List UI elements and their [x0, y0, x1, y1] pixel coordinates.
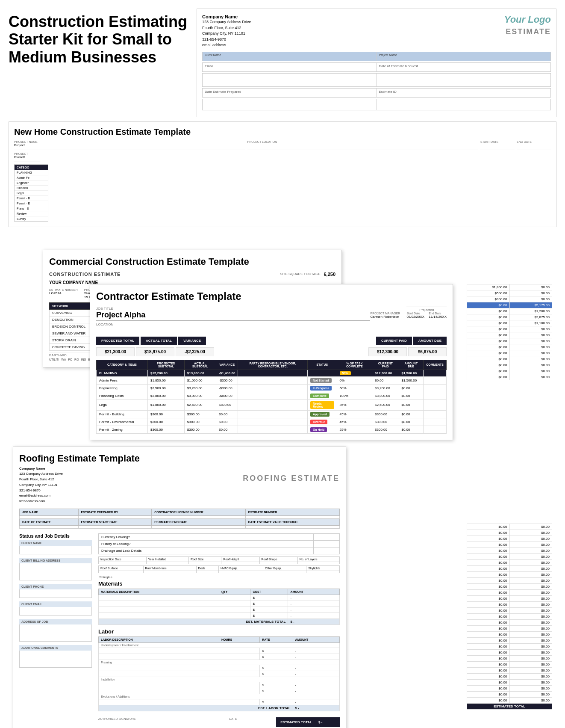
preview-row-2: Email Date of Estimate Request — [202, 62, 551, 72]
rfb-valid-val — [245, 526, 339, 529]
surface-table: Roof Surface Roof Membrane Deck HVAC Equ… — [98, 565, 340, 573]
labor-table: LABOR DESCRIPTION HOURS RATE AMOUNT Unde… — [98, 636, 340, 711]
labor-install-hours-1 — [219, 682, 260, 688]
rfh-job-name: JOB NAME — [20, 509, 79, 516]
comm-est-num-label: ESTIMATE NUMBER — [49, 288, 78, 291]
status-needs-review: Needs Review — [310, 401, 334, 409]
th-variance: VARIANCE — [216, 360, 238, 370]
rsc-lo-15: $0.00$0.00 — [467, 607, 552, 613]
surf-deck-label: Deck — [196, 566, 218, 571]
client-name-field: CLIENT NAME — [19, 540, 92, 554]
labor-excl-hours-1 — [219, 699, 260, 705]
labor-install-label: Installation — [99, 677, 340, 682]
rsc-val2-1: $0.00 — [509, 284, 552, 290]
rsc-lo-v1-29: $0.00 — [467, 691, 510, 697]
labor-under-desc-1 — [99, 648, 219, 654]
rsc-lo-9: $0.00$0.00 — [467, 571, 552, 577]
job-detail-table: Currently Leaking? History of Leaking? D… — [98, 533, 340, 554]
additional-comments-value — [19, 651, 92, 668]
client-name-value — [19, 546, 92, 554]
comm-estimate-num: ESTIMATE NUMBER LG2674 — [49, 288, 78, 299]
item-permit-z-status: On Hold — [307, 426, 337, 433]
nh-value-start — [480, 143, 515, 150]
currently-leaking-value — [314, 534, 340, 541]
nh-cat-permit-e: Permit - E — [15, 201, 48, 206]
rsc-lo-7: $0.00$0.00 — [467, 559, 552, 565]
status-overdue: Overdue — [310, 420, 327, 424]
preview-cell-email: Email — [203, 63, 377, 71]
rsc-lo-v1-7: $0.00 — [467, 559, 510, 565]
item-permit-e-due: $0.00 — [399, 418, 424, 426]
rsc-lo-v1-15: $0.00 — [467, 607, 510, 613]
labor-under-hours-2 — [219, 654, 260, 660]
ct-projected-total-text: PROJECTED TOTAL — [101, 339, 134, 343]
comm-cat-wa: WA — [61, 358, 66, 361]
labor-under-amt-2: - — [293, 654, 339, 660]
rsc-lo-v1-23: $0.00 — [467, 655, 510, 661]
preview-row-4: Date Estimate Prepared Estimate ID — [202, 88, 551, 98]
rsc-val2-5: $2,875.00 — [509, 314, 552, 320]
client-phone-value — [19, 589, 92, 598]
cat-planning-paid: $12,300.00 — [372, 370, 399, 376]
cat-planning: PLANNING — [97, 370, 148, 376]
labor-excl-label-row: Exclusions / Additions — [99, 694, 340, 699]
mat-desc-3 — [99, 607, 219, 613]
left-col: Status and Job Details CLIENT NAME CLIEN… — [19, 531, 92, 727]
status-complete: Complete — [310, 394, 329, 398]
ct-projected-total-label: PROJECTED TOTAL — [96, 337, 139, 345]
item-permit-b-actual: $300.00 — [184, 410, 216, 418]
num-layers-val — [297, 562, 339, 564]
item-admin-status: Not Started — [307, 376, 337, 384]
contractor-template: Contractor Estimate Template Job Title P… — [90, 284, 453, 440]
ct-location-value — [96, 326, 288, 333]
mat-total-row: EST. MATERIALS TOTAL $ - — [99, 619, 340, 625]
labor-th-rate: RATE — [260, 637, 293, 643]
item-engineering: Engineering — [97, 384, 148, 392]
rsc-lo-v2-19: $0.00 — [509, 631, 552, 637]
item-permit-e-paid: $300.00 — [372, 418, 399, 426]
item-permit-b: Permit - Building — [97, 410, 148, 418]
ct-current-paid-label: CURRENT PAID — [376, 337, 412, 345]
year-inst-val — [146, 562, 188, 564]
rsc-lo-v2-25: $0.00 — [509, 667, 552, 673]
nh-cat-admin: Admin Fe — [15, 175, 48, 181]
rsc-val1-h: $0.00 — [467, 302, 510, 308]
ct-pm-group: Project Manager Carmen Robertson — [370, 312, 400, 319]
rfb-est-num-val — [245, 516, 339, 519]
nh-value-project-name: Project — [14, 143, 245, 150]
rfh-start-date: ESTIMATED START DATE — [78, 519, 152, 526]
item-legal-status: Needs Review — [307, 400, 337, 410]
labor-install-desc-2 — [99, 688, 219, 694]
inspection-row: Inspection Date Year Installed Roof Size… — [99, 557, 340, 562]
roof-shape-val — [259, 562, 297, 564]
preview-email: email address — [202, 42, 251, 48]
preview-row-3 — [202, 73, 551, 87]
surf-surface-label: Roof Surface — [99, 566, 144, 571]
status-in-progress: In Progress — [310, 386, 332, 391]
mat-header: MATERIALS DESCRIPTION QTY COST AMOUNT — [99, 589, 340, 595]
ct-end-label: End Date — [429, 312, 447, 315]
rsc-lo-v1-13: $0.00 — [467, 595, 510, 601]
roofing-form-table: JOB NAME ESTIMATE PREPARED BY CONTRACTOR… — [19, 509, 340, 529]
right-side-data: $1,800.00 $0.00 $500.00 $0.00 $300.00 $0… — [467, 284, 552, 380]
two-col-layout: Status and Job Details CLIENT NAME CLIEN… — [19, 531, 340, 727]
mat-cost-3: $ — [250, 607, 288, 613]
rsc-val2-13: $0.00 — [509, 362, 552, 368]
new-home-template: New Home Construction Estimate Template … — [9, 121, 556, 227]
auth-sig-label: AUTHORIZED SIGNATURE — [98, 717, 225, 720]
labor-th-amount: AMOUNT — [293, 637, 339, 643]
rsc-lo-v2-10: $0.00 — [509, 577, 552, 583]
contractor-title: Contractor Estimate Template — [96, 290, 447, 302]
rsc-lo-v1-14: $0.00 — [467, 601, 510, 607]
cat-planning-due: $1,500.00 — [399, 370, 424, 376]
rsc-lo-26: $0.00$0.00 — [467, 673, 552, 679]
rsc-lo-v2-14: $0.00 — [509, 601, 552, 607]
rsc-lo-21: $0.00$0.00 — [467, 643, 552, 649]
item-permit-z-party — [238, 426, 308, 433]
labor-total-label: EST. LABOR TOTAL — [99, 705, 293, 711]
ct-start-value: 03/02/20XX — [406, 315, 424, 319]
surf-hvac-val — [218, 571, 263, 573]
client-phone-label: CLIENT PHONE — [19, 584, 92, 589]
ct-amount-due-text: AMOUNT DUE — [418, 339, 441, 343]
row-permit-z: Permit - Zoning $300.00 $300.00 $0.00 On… — [97, 426, 447, 433]
